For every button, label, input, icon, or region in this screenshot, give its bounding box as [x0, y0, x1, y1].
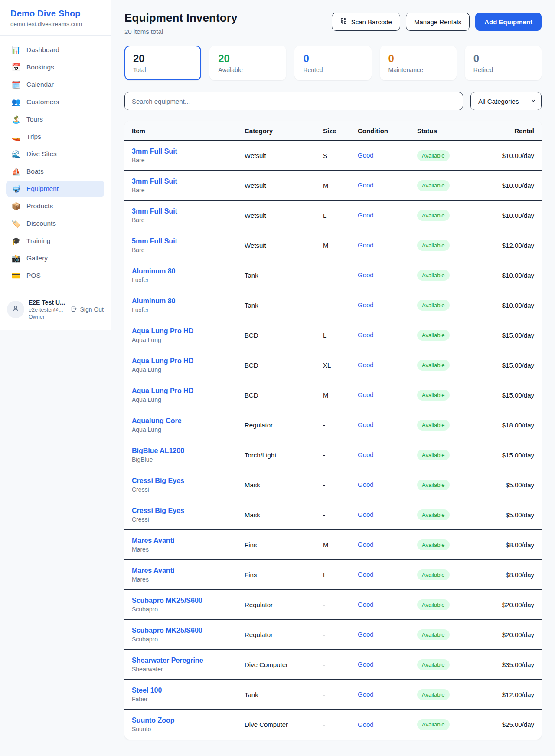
item-name-link[interactable]: 5mm Full Suit: [132, 237, 245, 245]
scan-barcode-button[interactable]: Scan Barcode: [332, 13, 400, 31]
sidebar-item-label: Tours: [26, 115, 43, 123]
condition-link[interactable]: Good: [358, 661, 374, 668]
rental-cell: $12.00/day: [478, 242, 534, 249]
add-equipment-label: Add Equipment: [484, 18, 532, 26]
condition-link[interactable]: Good: [358, 211, 374, 219]
stat-value: 20: [218, 53, 278, 65]
condition-link[interactable]: Good: [358, 601, 374, 608]
table-row: Aqua Lung Pro HD Aqua Lung BCD XL Good A…: [124, 350, 542, 380]
condition-link[interactable]: Good: [358, 361, 374, 368]
item-name-link[interactable]: Aqualung Core: [132, 417, 245, 425]
item-name-link[interactable]: 3mm Full Suit: [132, 177, 245, 185]
item-name-link[interactable]: Aqua Lung Pro HD: [132, 327, 245, 335]
condition-link[interactable]: Good: [358, 241, 374, 249]
condition-link[interactable]: Good: [358, 391, 374, 398]
condition-cell: Good: [358, 391, 417, 399]
category-cell: Tank: [245, 272, 323, 279]
sidebar-item-discounts[interactable]: 🏷️ Discounts: [6, 215, 104, 232]
sidebar-item-tours[interactable]: 🏝️ Tours: [6, 111, 104, 128]
item-name-link[interactable]: Steel 100: [132, 687, 245, 694]
sidebar-item-dive-sites[interactable]: 🌊 Dive Sites: [6, 146, 104, 162]
item-name-link[interactable]: Aluminum 80: [132, 297, 245, 305]
condition-link[interactable]: Good: [358, 571, 374, 578]
sidebar-item-products[interactable]: 📦 Products: [6, 198, 104, 214]
sidebar-item-label: Trips: [26, 133, 41, 141]
add-equipment-button[interactable]: Add Equipment: [475, 13, 542, 31]
sidebar-item-label: Dashboard: [26, 46, 59, 54]
search-input[interactable]: [124, 92, 463, 110]
item-name-link[interactable]: Cressi Big Eyes: [132, 507, 245, 515]
sidebar-item-bookings[interactable]: 📅 Bookings: [6, 59, 104, 76]
condition-link[interactable]: Good: [358, 541, 374, 548]
sidebar-item-training[interactable]: 🎓 Training: [6, 233, 104, 249]
condition-cell: Good: [358, 151, 417, 159]
category-select[interactable]: All Categories: [470, 92, 542, 110]
sidebar-item-equipment[interactable]: 🤿 Equipment: [6, 181, 104, 197]
item-name-link[interactable]: Aqua Lung Pro HD: [132, 387, 245, 395]
condition-link[interactable]: Good: [358, 271, 374, 279]
condition-link[interactable]: Good: [358, 331, 374, 339]
item-cell: Scubapro MK25/S600 Scubapro: [132, 597, 245, 613]
size-cell: M: [323, 182, 358, 189]
stat-card-available[interactable]: 20 Available: [209, 46, 286, 80]
people-icon: 👥: [11, 99, 21, 106]
sidebar-item-dashboard[interactable]: 📊 Dashboard: [6, 42, 104, 58]
condition-link[interactable]: Good: [358, 721, 374, 728]
col-header-category: Category: [245, 127, 323, 135]
item-name-link[interactable]: 3mm Full Suit: [132, 207, 245, 215]
item-brand: Cressi: [132, 486, 245, 493]
rental-cell: $20.00/day: [478, 601, 534, 608]
item-cell: BigBlue AL1200 BigBlue: [132, 447, 245, 463]
item-name-link[interactable]: 3mm Full Suit: [132, 148, 245, 155]
stat-label: Retired: [473, 66, 533, 73]
condition-cell: Good: [358, 631, 417, 638]
category-cell: Wetsuit: [245, 212, 323, 219]
condition-link[interactable]: Good: [358, 690, 374, 698]
item-name-link[interactable]: Aqua Lung Pro HD: [132, 357, 245, 365]
item-name-link[interactable]: Cressi Big Eyes: [132, 477, 245, 485]
stat-card-maintenance[interactable]: 0 Maintenance: [380, 46, 457, 80]
condition-link[interactable]: Good: [358, 481, 374, 488]
graduation-cap-icon: 🎓: [11, 237, 21, 245]
item-name-link[interactable]: Aluminum 80: [132, 267, 245, 275]
condition-link[interactable]: Good: [358, 511, 374, 518]
item-name-link[interactable]: Mares Avanti: [132, 537, 245, 545]
condition-link[interactable]: Good: [358, 181, 374, 189]
condition-link[interactable]: Good: [358, 631, 374, 638]
status-cell: Available: [417, 689, 478, 700]
manage-rentals-button[interactable]: Manage Rentals: [406, 13, 470, 31]
size-cell: -: [323, 481, 358, 489]
sidebar-item-trips[interactable]: 🚤 Trips: [6, 128, 104, 145]
status-badge: Available: [417, 240, 450, 251]
size-cell: L: [323, 212, 358, 219]
item-name-link[interactable]: Suunto Zoop: [132, 717, 245, 724]
table-header-row: Item Category Size Condition Status Rent…: [124, 121, 542, 141]
status-cell: Available: [417, 330, 478, 341]
status-cell: Available: [417, 270, 478, 281]
condition-cell: Good: [358, 421, 417, 429]
sidebar-item-pos[interactable]: 💳 POS: [6, 267, 104, 284]
size-cell: -: [323, 631, 358, 638]
condition-link[interactable]: Good: [358, 151, 374, 159]
item-name-link[interactable]: Shearwater Peregrine: [132, 657, 245, 664]
status-cell: Available: [417, 210, 478, 221]
package-icon: 📦: [11, 203, 21, 210]
sidebar-item-gallery[interactable]: 📸 Gallery: [6, 250, 104, 266]
item-name-link[interactable]: Scubapro MK25/S600: [132, 627, 245, 634]
sidebar-item-customers[interactable]: 👥 Customers: [6, 94, 104, 110]
item-name-link[interactable]: BigBlue AL1200: [132, 447, 245, 455]
sign-out-button[interactable]: Sign Out: [70, 305, 104, 314]
sidebar-item-label: Discounts: [26, 220, 56, 227]
stat-card-total[interactable]: 20 Total: [124, 46, 201, 80]
size-cell: M: [323, 541, 358, 549]
stat-card-rented[interactable]: 0 Rented: [294, 46, 371, 80]
condition-link[interactable]: Good: [358, 451, 374, 458]
condition-link[interactable]: Good: [358, 421, 374, 428]
rental-cell: $20.00/day: [478, 631, 534, 638]
condition-link[interactable]: Good: [358, 301, 374, 309]
item-name-link[interactable]: Mares Avanti: [132, 567, 245, 575]
stat-card-retired[interactable]: 0 Retired: [465, 46, 542, 80]
item-name-link[interactable]: Scubapro MK25/S600: [132, 597, 245, 605]
sidebar-item-boats[interactable]: ⛵ Boats: [6, 163, 104, 180]
sidebar-item-calendar[interactable]: 🗓️ Calendar: [6, 76, 104, 93]
